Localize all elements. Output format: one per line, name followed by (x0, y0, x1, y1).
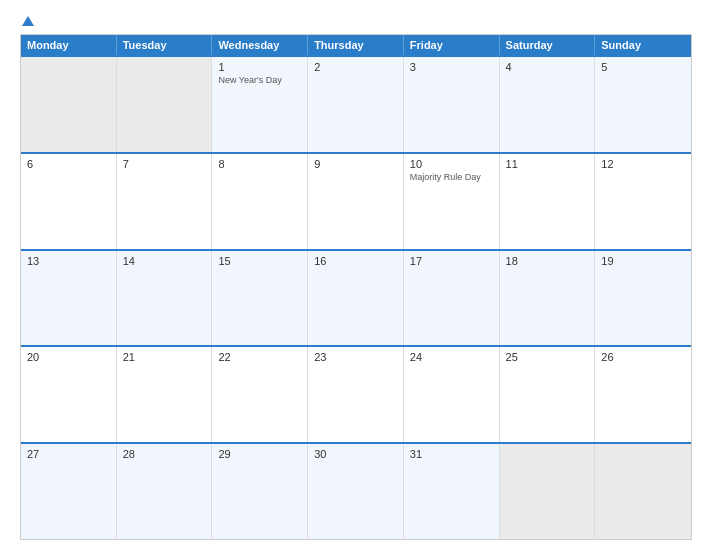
day-number: 15 (218, 255, 301, 267)
calendar-cell: 2 (308, 57, 404, 152)
calendar-cell: 1New Year's Day (212, 57, 308, 152)
calendar-cell: 14 (117, 251, 213, 346)
calendar-cell: 18 (500, 251, 596, 346)
day-event: New Year's Day (218, 75, 301, 85)
calendar-body: 1New Year's Day2345678910Majority Rule D… (21, 55, 691, 539)
header (20, 16, 692, 26)
calendar-cell: 25 (500, 347, 596, 442)
day-number: 28 (123, 448, 206, 460)
page: MondayTuesdayWednesdayThursdayFridaySatu… (0, 0, 712, 550)
day-number: 24 (410, 351, 493, 363)
day-number: 3 (410, 61, 493, 73)
day-number: 12 (601, 158, 685, 170)
calendar-cell: 11 (500, 154, 596, 249)
calendar-cell: 16 (308, 251, 404, 346)
calendar: MondayTuesdayWednesdayThursdayFridaySatu… (20, 34, 692, 540)
calendar-cell: 10Majority Rule Day (404, 154, 500, 249)
day-number: 19 (601, 255, 685, 267)
calendar-cell: 12 (595, 154, 691, 249)
day-header-saturday: Saturday (500, 35, 596, 55)
day-number: 23 (314, 351, 397, 363)
day-number: 11 (506, 158, 589, 170)
day-number: 18 (506, 255, 589, 267)
logo-triangle-icon (22, 16, 34, 26)
day-number: 2 (314, 61, 397, 73)
day-header-tuesday: Tuesday (117, 35, 213, 55)
day-header-monday: Monday (21, 35, 117, 55)
calendar-cell: 28 (117, 444, 213, 539)
day-number: 6 (27, 158, 110, 170)
calendar-cell: 9 (308, 154, 404, 249)
calendar-cell: 26 (595, 347, 691, 442)
calendar-week-1: 1New Year's Day2345 (21, 55, 691, 152)
day-number: 14 (123, 255, 206, 267)
day-number: 27 (27, 448, 110, 460)
calendar-cell: 24 (404, 347, 500, 442)
calendar-cell (117, 57, 213, 152)
calendar-week-2: 678910Majority Rule Day1112 (21, 152, 691, 249)
day-number: 26 (601, 351, 685, 363)
calendar-cell: 15 (212, 251, 308, 346)
day-header-friday: Friday (404, 35, 500, 55)
day-number: 17 (410, 255, 493, 267)
day-number: 21 (123, 351, 206, 363)
calendar-cell: 13 (21, 251, 117, 346)
day-number: 8 (218, 158, 301, 170)
day-number: 25 (506, 351, 589, 363)
day-number: 10 (410, 158, 493, 170)
day-header-wednesday: Wednesday (212, 35, 308, 55)
day-header-thursday: Thursday (308, 35, 404, 55)
day-number: 29 (218, 448, 301, 460)
calendar-cell: 3 (404, 57, 500, 152)
day-number: 13 (27, 255, 110, 267)
calendar-cell: 30 (308, 444, 404, 539)
day-number: 5 (601, 61, 685, 73)
day-number: 30 (314, 448, 397, 460)
day-number: 4 (506, 61, 589, 73)
calendar-cell: 5 (595, 57, 691, 152)
calendar-header: MondayTuesdayWednesdayThursdayFridaySatu… (21, 35, 691, 55)
calendar-cell: 6 (21, 154, 117, 249)
calendar-week-5: 2728293031 (21, 442, 691, 539)
calendar-cell: 27 (21, 444, 117, 539)
day-number: 1 (218, 61, 301, 73)
calendar-cell: 22 (212, 347, 308, 442)
calendar-cell: 23 (308, 347, 404, 442)
logo (20, 16, 34, 26)
calendar-cell: 20 (21, 347, 117, 442)
day-number: 22 (218, 351, 301, 363)
day-header-sunday: Sunday (595, 35, 691, 55)
calendar-cell: 7 (117, 154, 213, 249)
day-event: Majority Rule Day (410, 172, 493, 182)
calendar-week-3: 13141516171819 (21, 249, 691, 346)
calendar-cell (21, 57, 117, 152)
day-number: 7 (123, 158, 206, 170)
calendar-cell: 17 (404, 251, 500, 346)
calendar-cell: 31 (404, 444, 500, 539)
calendar-cell: 4 (500, 57, 596, 152)
calendar-cell (500, 444, 596, 539)
calendar-cell: 8 (212, 154, 308, 249)
calendar-cell (595, 444, 691, 539)
day-number: 20 (27, 351, 110, 363)
calendar-cell: 21 (117, 347, 213, 442)
calendar-cell: 19 (595, 251, 691, 346)
day-number: 31 (410, 448, 493, 460)
day-number: 9 (314, 158, 397, 170)
calendar-cell: 29 (212, 444, 308, 539)
day-number: 16 (314, 255, 397, 267)
calendar-week-4: 20212223242526 (21, 345, 691, 442)
